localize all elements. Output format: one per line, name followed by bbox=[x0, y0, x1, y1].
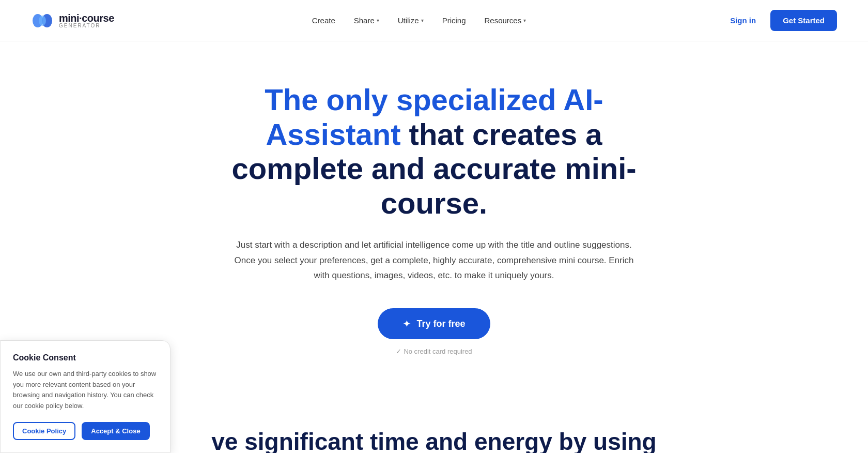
chevron-down-icon: ▾ bbox=[421, 18, 424, 23]
check-icon: ✓ bbox=[396, 348, 401, 355]
second-section-title-text: ve significant time and energy by using … bbox=[211, 428, 656, 453]
nav-item-pricing[interactable]: Pricing bbox=[442, 16, 466, 25]
no-credit-card-notice: ✓ No credit card required bbox=[396, 348, 472, 355]
no-credit-card-text: No credit card required bbox=[404, 348, 472, 355]
cookie-text: We use our own and third-party cookies t… bbox=[13, 369, 158, 412]
nav-item-share[interactable]: Share ▾ bbox=[354, 16, 379, 25]
plus-icon: ✦ bbox=[402, 318, 411, 330]
logo[interactable]: mini·course GENERATOR bbox=[31, 9, 114, 32]
logo-text: mini·course GENERATOR bbox=[59, 13, 114, 28]
second-section-title: ve significant time and energy by using … bbox=[202, 428, 667, 453]
nav-link-share[interactable]: Share ▾ bbox=[354, 16, 379, 25]
hero-section: The only specialized AI-Assistant that c… bbox=[176, 41, 692, 386]
navbar: mini·course GENERATOR Create Share ▾ Uti… bbox=[0, 0, 868, 41]
get-started-button[interactable]: Get Started bbox=[770, 10, 837, 31]
cookie-consent-banner: Cookie Consent We use our own and third-… bbox=[0, 340, 171, 453]
chevron-down-icon: ▾ bbox=[377, 18, 379, 23]
nav-link-pricing[interactable]: Pricing bbox=[442, 16, 466, 25]
nav-item-resources[interactable]: Resources ▾ bbox=[484, 16, 526, 25]
cookie-actions: Cookie Policy Accept & Close bbox=[13, 422, 158, 440]
sign-in-button[interactable]: Sign in bbox=[724, 12, 762, 29]
logo-subtitle: GENERATOR bbox=[59, 23, 114, 28]
nav-link-create[interactable]: Create bbox=[312, 16, 335, 25]
cookie-policy-button[interactable]: Cookie Policy bbox=[13, 422, 75, 440]
nav-links: Create Share ▾ Utilize ▾ Pricing Resourc… bbox=[312, 16, 526, 25]
cookie-title: Cookie Consent bbox=[13, 353, 158, 363]
hero-title: The only specialized AI-Assistant that c… bbox=[207, 83, 661, 221]
accept-close-button[interactable]: Accept & Close bbox=[82, 422, 149, 440]
nav-actions: Sign in Get Started bbox=[724, 10, 837, 31]
nav-link-resources[interactable]: Resources ▾ bbox=[484, 16, 526, 25]
logo-icon bbox=[31, 9, 54, 32]
try-for-free-button[interactable]: ✦ Try for free bbox=[378, 308, 490, 339]
chevron-down-icon: ▾ bbox=[523, 18, 526, 23]
logo-name: mini·course bbox=[59, 13, 114, 23]
try-free-label: Try for free bbox=[416, 319, 465, 329]
nav-link-utilize[interactable]: Utilize ▾ bbox=[398, 16, 424, 25]
nav-item-utilize[interactable]: Utilize ▾ bbox=[398, 16, 424, 25]
hero-description: Just start with a description and let ar… bbox=[233, 237, 636, 283]
svg-point-2 bbox=[39, 16, 46, 26]
nav-item-create[interactable]: Create bbox=[312, 16, 335, 25]
